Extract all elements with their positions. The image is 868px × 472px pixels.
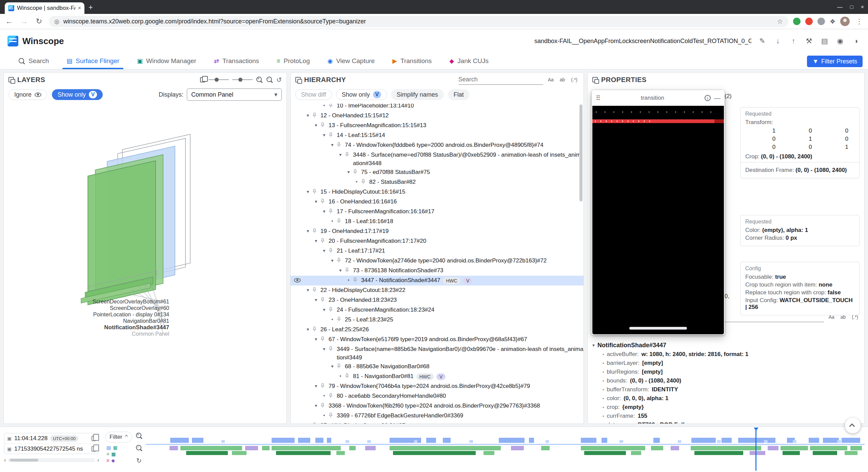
tree-row[interactable]: ▾73 - 8736138 NotificationShade#73: [291, 266, 584, 276]
browser-menu-icon[interactable]: ⋮: [854, 17, 864, 25]
tree-row[interactable]: •10 - ImePlaceholder:13:14#10: [291, 104, 584, 111]
back-button[interactable]: ←: [4, 17, 14, 26]
nav-tab-jank-cujs[interactable]: ◆Jank CUJs: [440, 53, 497, 69]
pin-icon[interactable]: [320, 335, 329, 345]
trace-type-icon[interactable]: ≡: [106, 458, 109, 463]
window-close-button[interactable]: ×: [861, 4, 864, 10]
upload-icon[interactable]: ↑: [789, 37, 798, 45]
tree-row[interactable]: ▾72 - WindowToken{a2746de type=2040 andr…: [291, 256, 584, 266]
reset-view-icon[interactable]: ↺: [276, 76, 282, 84]
docs-icon[interactable]: ▤: [820, 37, 829, 45]
zoom-in-icon[interactable]: +: [256, 76, 263, 83]
timeline-reset-zoom-icon[interactable]: ↻: [136, 457, 142, 465]
bookmark-star-icon[interactable]: ☆: [777, 18, 783, 25]
chevron-down-icon[interactable]: ▾: [337, 150, 344, 159]
hierarchy-search-input[interactable]: [458, 75, 543, 85]
pin-icon[interactable]: [312, 325, 320, 335]
chevron-down-icon[interactable]: ▾: [320, 305, 328, 314]
chevron-down-icon[interactable]: ▾: [329, 362, 336, 371]
pin-icon[interactable]: [312, 111, 320, 121]
match-case-icon[interactable]: Aa: [827, 314, 836, 320]
pin-icon[interactable]: [344, 372, 353, 381]
window-maximize-button[interactable]: □: [850, 4, 853, 10]
tree-row[interactable]: •18 - Leaf:16:16#18: [291, 217, 584, 227]
bug-report-icon[interactable]: ◉: [835, 37, 845, 45]
timeline-zoom-out-icon[interactable]: −: [136, 445, 142, 451]
property-item[interactable]: •currFrame:155: [592, 412, 862, 420]
layer-label[interactable]: Common Panel: [4, 331, 169, 337]
tree-row[interactable]: ▾24 - FullscreenMagnification:18:23#24: [291, 305, 584, 315]
match-word-icon[interactable]: ab: [558, 76, 567, 83]
chevron-down-icon[interactable]: ▾: [304, 421, 312, 424]
pin-icon[interactable]: [352, 168, 361, 177]
trace-legend-row[interactable]: ≡◆: [106, 458, 117, 463]
match-case-icon[interactable]: Aa: [547, 76, 555, 83]
scroll-left-icon[interactable]: ‹: [4, 457, 6, 463]
match-word-icon[interactable]: ab: [839, 314, 847, 320]
regex-icon[interactable]: (.*): [570, 76, 579, 83]
rotation-slider[interactable]: [232, 79, 253, 80]
minimize-icon[interactable]: —: [714, 94, 721, 102]
tree-row[interactable]: ▾14 - Leaf:15:15#14: [291, 131, 584, 140]
tree-row[interactable]: ▾27 - HideDisplayCutout:26:31#27: [291, 421, 584, 424]
pin-icon[interactable]: [320, 401, 329, 411]
trace-type-icon[interactable]: ▦: [113, 445, 117, 450]
show-only-v-toggle[interactable]: Show only V: [52, 89, 103, 100]
browser-tab[interactable]: Winscope | sandbox-FAIl ×: [5, 2, 84, 14]
tree-row[interactable]: ▾3448 - Surface(name=ed70f88 StatusBar)/…: [291, 150, 584, 168]
pin-icon[interactable]: [320, 381, 329, 391]
zoom-out-icon[interactable]: −: [266, 76, 273, 83]
tree-row[interactable]: ▾3368 - WindowToken{f6b2f60 type=2024 an…: [291, 401, 584, 411]
download-icon[interactable]: ↓: [773, 37, 783, 45]
scrollbar-thumb[interactable]: [10, 459, 38, 461]
timeline-filter-button[interactable]: Filter ^: [105, 432, 132, 442]
address-bar[interactable]: ◎ winscope.teams.x20web.corp.google.com/…: [49, 16, 788, 27]
chevron-down-icon[interactable]: ▾: [312, 335, 320, 343]
pin-icon[interactable]: [336, 140, 345, 150]
properties-node-title[interactable]: ▾ NotificationShade#3447: [592, 340, 862, 350]
tree-row[interactable]: ▾68 - 885b63e NavigationBar0#68: [291, 362, 584, 372]
pin-icon[interactable]: [352, 276, 361, 286]
chevron-down-icon[interactable]: ▾: [312, 197, 320, 206]
tree-row[interactable]: •25 - Leaf:18:23#25: [291, 315, 584, 325]
chevron-down-icon[interactable]: ▾: [337, 266, 344, 275]
flat-toggle[interactable]: Flat: [448, 89, 470, 100]
pin-icon[interactable]: [328, 345, 337, 354]
trace-type-icon[interactable]: ≡: [106, 452, 109, 456]
property-item[interactable]: •blurRegions:[empty]: [592, 368, 862, 376]
property-item[interactable]: •bounds:(0, 0) - (1080, 2400): [592, 376, 862, 385]
tree-row[interactable]: ▾79 - WindowToken{7046b4a type=2024 andr…: [291, 381, 584, 391]
pin-icon[interactable]: [336, 256, 345, 266]
overlay-titlebar[interactable]: ⠿ transition i —: [592, 90, 725, 106]
reload-button[interactable]: ↻: [34, 17, 44, 26]
layer-label[interactable]: ScreenDecorOverlay#60: [4, 305, 169, 311]
drag-handle-icon[interactable]: ⠿: [596, 94, 600, 102]
nav-tab-transitions[interactable]: ▶Transitions: [383, 53, 440, 69]
tree-row[interactable]: ▾74 - WindowToken{fdddbe6 type=2000 andr…: [291, 140, 584, 150]
copy-icon[interactable]: [92, 446, 96, 452]
site-settings-icon[interactable]: ◎: [54, 18, 59, 25]
pin-icon[interactable]: [336, 217, 345, 227]
tree-row[interactable]: ▾16 - OneHanded:16:16#16: [291, 197, 584, 207]
pin-icon[interactable]: [336, 362, 345, 372]
extension-icon[interactable]: [817, 18, 825, 25]
tree-row[interactable]: ▾21 - Leaf:17:17#21: [291, 246, 584, 256]
property-item[interactable]: •activeBuffer:w: 1080, h: 2400, stride: …: [592, 350, 862, 359]
tree-row[interactable]: ▾75 - ed70f88 StatusBar#75: [291, 168, 584, 177]
pin-icon[interactable]: [320, 295, 329, 305]
copy-icon[interactable]: [92, 436, 96, 441]
tree-row[interactable]: ▾67 - WindowToken{e5176f9 type=2019 andr…: [291, 335, 584, 345]
nav-tab-window-manager[interactable]: ▣Window Manager: [128, 53, 205, 69]
layers-3d-canvas[interactable]: ScreenDecorOverlayBottom#61ScreenDecorOv…: [4, 104, 287, 424]
pin-icon[interactable]: [328, 305, 337, 315]
window-minimize-button[interactable]: —: [837, 4, 843, 10]
chevron-down-icon[interactable]: ▾: [304, 227, 312, 235]
tree-row[interactable]: •3447 - NotificationShade#3447HWCV: [291, 276, 584, 286]
chevron-down-icon[interactable]: ▾: [312, 236, 320, 245]
trace-legend-row[interactable]: ≡▦: [106, 452, 117, 456]
chevron-down-icon[interactable]: ▾: [320, 207, 328, 216]
forward-button[interactable]: →: [19, 17, 29, 26]
chevron-down-icon[interactable]: ▾: [312, 401, 320, 410]
ignore-toggle[interactable]: Ignore: [8, 89, 47, 100]
show-diff-toggle[interactable]: Show diff: [295, 89, 332, 100]
